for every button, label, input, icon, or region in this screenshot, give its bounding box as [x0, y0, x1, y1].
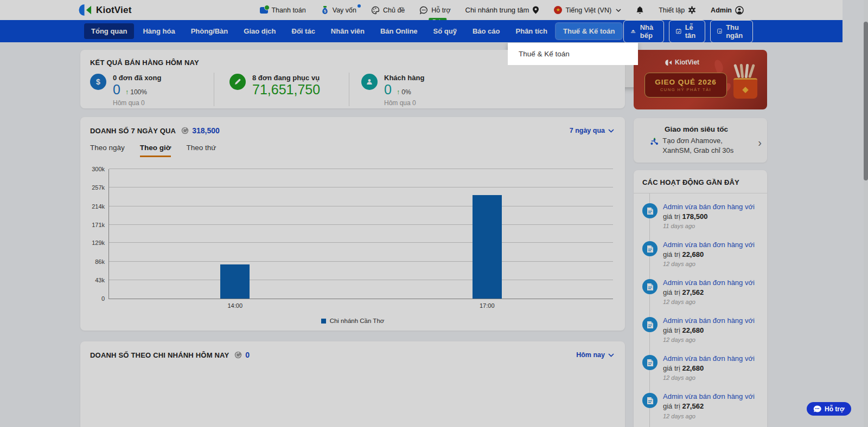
scrollbar-thumb[interactable]: [864, 22, 868, 180]
location-pin-icon: [532, 6, 539, 14]
tab-theo-thu[interactable]: Theo thứ: [186, 144, 216, 157]
topbar-link-thanh-toan[interactable]: Thanh toán: [260, 7, 305, 14]
vn-flag-icon: ★: [554, 6, 562, 14]
range-selector-7days[interactable]: 7 ngày qua: [570, 127, 614, 134]
topbar-link-vay-von[interactable]: $ Vay vốn: [321, 6, 356, 15]
cashier-button[interactable]: Thu ngân: [710, 20, 752, 43]
y-axis-tick: 43k: [95, 277, 105, 283]
range-label: 7 ngày qua: [570, 127, 605, 134]
chevron-down-icon: [608, 129, 614, 133]
person-icon: [361, 74, 378, 90]
user-label: Admin: [711, 7, 732, 14]
activity-time: 12 days ago: [663, 413, 760, 419]
topbar-link-label: Vay vốn: [333, 7, 356, 14]
activity-link[interactable]: Admin vừa bán đơn hàng với: [663, 392, 755, 400]
support-icon: [419, 6, 428, 15]
recent-activities-card: CÁC HOẠT ĐỘNG GẦN ĐÂY Admin vừa bán đơn …: [634, 170, 767, 427]
activity-time: 12 days ago: [663, 337, 760, 343]
stat-sub: Hôm qua 0: [384, 99, 424, 107]
stat-serving-orders: 8 đơn đang phục vụ 71,651,750: [214, 73, 349, 107]
bar-17:00[interactable]: [473, 195, 502, 299]
kitchen-button-label: Nhà bếp: [640, 23, 657, 40]
y-axis-tick: 86k: [95, 258, 105, 265]
fast-delivery-card[interactable]: Giao món siêu tốc Tạo đơn Ahamove, XanhS…: [634, 118, 767, 163]
nav-tab-nh-n-vi-n[interactable]: Nhân viên: [324, 23, 372, 39]
stat-label: 0 đơn đã xong: [113, 74, 161, 82]
bar-14:00[interactable]: [220, 264, 250, 299]
refresh-icon[interactable]: [234, 351, 242, 359]
stat-sub: Hôm qua 0: [113, 99, 161, 107]
support-fab-label: Hỗ trợ: [825, 405, 845, 413]
activity-item: Admin vừa bán đơn hàng với giá trị 22,68…: [634, 348, 767, 386]
scooter-icon: [650, 136, 659, 147]
dropdown-item-thue-ke-toan[interactable]: Thuế & Kế toán: [508, 43, 638, 65]
settings-link[interactable]: Thiết lập: [659, 6, 696, 14]
promo-banner[interactable]: KiotViet GIEO QUẺ 2026 CUNG HỶ PHÁT TÀI …: [634, 50, 767, 109]
banner-subtitle: CUNG HỶ PHÁT TÀI: [660, 87, 711, 92]
activity-link[interactable]: Admin vừa bán đơn hàng với: [663, 241, 755, 249]
nav-tab-b-o-c-o[interactable]: Báo cáo: [465, 23, 507, 39]
dollar-icon: $: [90, 74, 106, 90]
reception-calendar-icon: [676, 27, 681, 35]
range-label: Hôm nay: [576, 351, 605, 359]
refresh-icon[interactable]: [181, 127, 189, 134]
range-selector-today[interactable]: Hôm nay: [576, 351, 614, 359]
topbar: KiotViet Thanh toán $ Vay vốn Chủ đề: [0, 0, 843, 20]
settings-label: Thiết lập: [659, 7, 685, 14]
y-axis-tick: 214k: [92, 203, 105, 210]
sales-7days-title: DOANH SỐ 7 NGÀY QUA: [90, 127, 176, 135]
kitchen-dome-icon: [630, 28, 636, 35]
activity-value-line: giá trị 178,500: [663, 212, 760, 222]
stat-label: Khách hàng: [384, 74, 424, 82]
topbar-link-label: Hỗ trợ: [431, 7, 450, 14]
chevron-right-icon[interactable]: ›: [758, 137, 762, 149]
stats-row: $ 0 đơn đã xong 0 ↑ 100% Hôm qua 0 8 đơn…: [90, 73, 625, 107]
notifications-bell[interactable]: [636, 6, 644, 15]
kiotviet-logo[interactable]: KiotViet: [79, 3, 132, 17]
chevron-down-icon: [616, 9, 621, 12]
invoice-icon: [642, 317, 658, 332]
banner-brand: KiotViet: [665, 59, 699, 66]
tab-theo-gio[interactable]: Theo giờ: [140, 144, 171, 157]
support-fab-button[interactable]: Hỗ trợ: [807, 402, 851, 416]
banner-ribbon: GIEO QUẺ 2026 CUNG HỶ PHÁT TÀI: [644, 73, 727, 98]
nav-tab-ph-ng-b-n[interactable]: Phòng/Bàn: [184, 23, 235, 39]
topbar-link-chu-de[interactable]: Chủ đề: [371, 6, 405, 15]
activity-value-line: giá trị 22,680: [663, 250, 760, 260]
user-avatar-icon: [735, 6, 744, 15]
y-axis-tick: 257k: [92, 184, 105, 191]
activity-link[interactable]: Admin vừa bán đơn hàng với: [663, 354, 755, 363]
activity-time: 12 days ago: [663, 261, 760, 267]
nav-tab-b-n-online[interactable]: Bán Online: [373, 23, 425, 39]
nav-tab-t-ng-quan[interactable]: Tổng quan: [84, 23, 134, 39]
nav-tab-thu-k-to-n[interactable]: Thuế & Kế toán: [556, 23, 622, 39]
legend-label: Chi nhánh Cần Thơ: [330, 318, 385, 324]
topbar-link-label: Thanh toán: [271, 7, 305, 14]
reception-button[interactable]: Lễ tân: [669, 20, 706, 43]
kitchen-button[interactable]: Nhà bếp: [623, 20, 664, 43]
nav-tab--i-t-c[interactable]: Đối tác: [285, 23, 322, 39]
activity-time: 12 days ago: [663, 374, 760, 381]
invoice-icon: [642, 355, 658, 370]
activity-link[interactable]: Admin vừa bán đơn hàng với: [663, 203, 755, 211]
language-selector[interactable]: ★ Tiếng Việt (VN): [554, 6, 621, 14]
topbar-links: Thanh toán $ Vay vốn Chủ đề Hỗ trợ: [260, 6, 744, 15]
gridline: [109, 242, 613, 243]
notification-dot: [358, 4, 361, 8]
gridline: [109, 206, 613, 206]
nav-tab-s-qu-[interactable]: Sổ quỹ: [426, 23, 464, 39]
nav-tab-giao-d-ch[interactable]: Giao dịch: [237, 23, 283, 39]
topbar-link-ho-tro[interactable]: Hỗ trợ Beta: [419, 6, 450, 15]
y-axis-tick: 300k: [92, 166, 105, 172]
x-axis-tick: 17:00: [480, 302, 495, 309]
y-axis-tick: 0: [101, 295, 105, 302]
activity-link[interactable]: Admin vừa bán đơn hàng với: [663, 279, 755, 287]
nav-tab-ph-n-t-ch[interactable]: Phân tích: [509, 23, 555, 39]
activity-link[interactable]: Admin vừa bán đơn hàng với: [663, 316, 755, 325]
nav-tab-h-ng-h-a[interactable]: Hàng hóa: [136, 23, 182, 39]
branch-selector[interactable]: Chi nhánh trung tâm: [465, 6, 540, 14]
scrollbar-track[interactable]: [864, 0, 868, 427]
stat-value: 0: [384, 82, 392, 98]
user-menu[interactable]: Admin: [711, 6, 744, 15]
tab-theo-ngay[interactable]: Theo ngày: [90, 144, 125, 157]
